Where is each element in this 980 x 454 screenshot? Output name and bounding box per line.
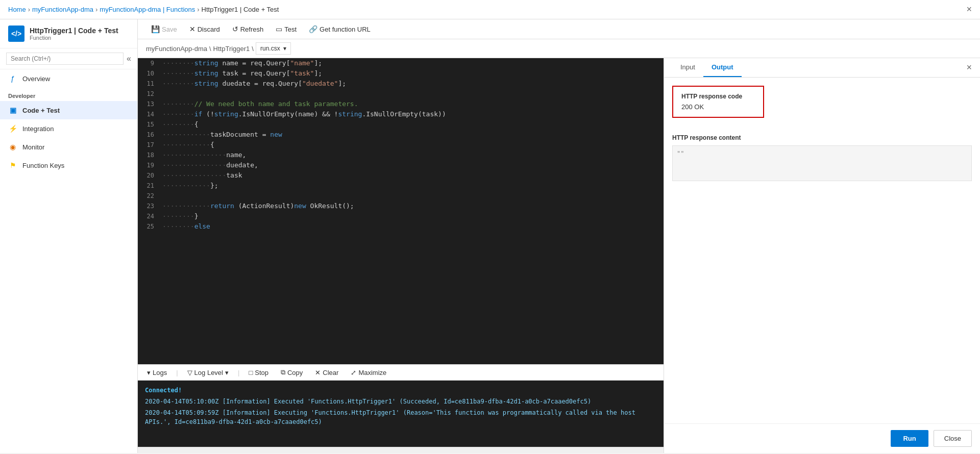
test-button[interactable]: ▭ Test	[271, 22, 302, 36]
code-line: 14 ········if (!string.IsNullOrEmpty(nam…	[138, 109, 664, 119]
file-name: run.csx	[260, 45, 280, 52]
search-input[interactable]	[6, 53, 124, 65]
code-line: 21 ············};	[138, 181, 664, 191]
breadcrumb-functions[interactable]: myFunctionApp-dma | Functions	[100, 6, 195, 13]
clear-button[interactable]: ✕ Clear	[312, 368, 341, 377]
function-keys-icon: ⚑	[8, 161, 17, 170]
http-response-code-label: HTTP response code	[681, 93, 755, 100]
code-line: 16 ············taskDocument = new	[138, 130, 664, 140]
discard-button[interactable]: ✕ Discard	[184, 22, 225, 36]
code-section: 9 ········string name = req.Query["name"…	[138, 58, 664, 453]
maximize-button[interactable]: ⤢ Maximize	[348, 368, 389, 377]
code-line: 25 ········else	[138, 221, 664, 232]
test-icon: ▭	[276, 25, 282, 33]
code-line: 10 ········string task = req.Query["task…	[138, 68, 664, 79]
sidebar-item-overview[interactable]: ƒ Overview	[0, 69, 137, 88]
code-line: 19 ················duedate,	[138, 160, 664, 170]
code-line: 9 ········string name = req.Query["name"…	[138, 58, 664, 68]
code-line: 17 ············{	[138, 140, 664, 150]
code-path: myFunctionApp-dma \ HttpTrigger1 \	[146, 45, 254, 53]
sidebar-item-label-monitor: Monitor	[22, 143, 44, 151]
stop-button[interactable]: □ Stop	[246, 368, 272, 377]
collapse-button[interactable]: «	[127, 54, 131, 63]
file-dropdown[interactable]: run.csx ▾	[256, 42, 291, 55]
http-response-code-value: 200 OK	[681, 103, 755, 111]
code-line: 22	[138, 191, 664, 201]
http-response-code-box: HTTP response code 200 OK	[672, 86, 764, 118]
breadcrumb-home[interactable]: Home	[8, 6, 26, 13]
sidebar-item-code-test[interactable]: ▣ Code + Test	[0, 101, 137, 119]
tab-output[interactable]: Output	[703, 58, 742, 77]
right-panel-content: HTTP response code 200 OK HTTP response …	[664, 78, 980, 423]
scrollbar-bottom[interactable]	[138, 447, 664, 453]
sidebar-title: HttpTrigger1 | Code + Test	[30, 27, 118, 35]
log-level-button[interactable]: ▽ Log Level ▾	[184, 368, 232, 377]
right-panel-close-button[interactable]: ×	[966, 62, 972, 73]
sidebar-item-label-function-keys: Function Keys	[22, 162, 64, 169]
sidebar-item-label-integration: Integration	[22, 125, 54, 133]
code-test-icon: ▣	[8, 106, 17, 115]
sidebar-item-label-overview: Overview	[22, 75, 50, 83]
breadcrumb: Home › myFunctionApp-dma › myFunctionApp…	[8, 6, 279, 13]
http-response-content-box: ""	[672, 145, 972, 181]
discard-icon: ✕	[189, 25, 195, 33]
sidebar-item-label-code-test: Code + Test	[22, 107, 60, 114]
right-panel: Input Output × HTTP response code 200 OK…	[664, 58, 980, 453]
stop-icon: □	[249, 369, 253, 376]
code-line: 13 ········// We need both name and task…	[138, 99, 664, 109]
sidebar-search-area: «	[0, 48, 137, 69]
refresh-icon: ↺	[232, 25, 238, 33]
logs-toggle-button[interactable]: ▾ Logs	[144, 368, 170, 377]
monitor-icon: ◉	[8, 142, 17, 152]
clear-icon: ✕	[315, 369, 321, 376]
main-area: 💾 Save ✕ Discard ↺ Refresh ▭ Test 🔗 Get …	[138, 19, 980, 453]
tab-input[interactable]: Input	[672, 58, 703, 77]
code-line: 18 ················name,	[138, 150, 664, 160]
code-panel-header: myFunctionApp-dma \ HttpTrigger1 \ run.c…	[138, 39, 980, 58]
top-bar: Home › myFunctionApp-dma › myFunctionApp…	[0, 0, 980, 19]
developer-section-label: Developer	[0, 88, 137, 101]
save-icon: 💾	[151, 25, 160, 33]
get-function-url-button[interactable]: 🔗 Get function URL	[304, 22, 376, 36]
logs-bar: ▾ Logs | ▽ Log Level ▾ | □ Stop	[138, 364, 664, 381]
close-button[interactable]: Close	[934, 430, 972, 447]
copy-button[interactable]: ⧉ Copy	[278, 367, 306, 377]
code-line: 12	[138, 89, 664, 99]
sidebar-item-monitor[interactable]: ◉ Monitor	[0, 138, 137, 156]
code-path-app: myFunctionApp-dma	[146, 45, 207, 53]
sidebar: </> HttpTrigger1 | Code + Test Function …	[0, 19, 138, 453]
filter-icon: ▽	[187, 369, 192, 376]
sidebar-header: </> HttpTrigger1 | Code + Test Function	[0, 19, 137, 48]
save-button[interactable]: 💾 Save	[146, 22, 182, 36]
overview-icon: ƒ	[8, 74, 17, 83]
run-button[interactable]: Run	[891, 430, 928, 447]
sidebar-subtitle: Function	[30, 35, 118, 41]
dropdown-chevron-icon: ▾	[283, 45, 286, 52]
breadcrumb-app[interactable]: myFunctionApp-dma	[32, 6, 93, 13]
code-line: 11 ········string duedate = req.Query["d…	[138, 79, 664, 89]
integration-icon: ⚡	[8, 124, 17, 133]
http-response-content-label: HTTP response content	[672, 134, 972, 141]
code-line: 23 ············return (ActionResult)new …	[138, 201, 664, 211]
toolbar: 💾 Save ✕ Discard ↺ Refresh ▭ Test 🔗 Get …	[138, 19, 980, 39]
sidebar-item-integration[interactable]: ⚡ Integration	[0, 119, 137, 138]
logs-chevron-icon: ▾	[147, 369, 151, 376]
content-area: 9 ········string name = req.Query["name"…	[138, 58, 980, 453]
code-path-trigger: HttpTrigger1	[213, 45, 250, 53]
link-icon: 🔗	[309, 25, 317, 33]
right-panel-footer: Run Close	[664, 423, 980, 453]
code-line: 24 ········}	[138, 211, 664, 221]
breadcrumb-current: HttpTrigger1 | Code + Test	[202, 6, 279, 13]
sidebar-nav: ƒ Overview Developer ▣ Code + Test ⚡ Int…	[0, 69, 137, 453]
log-level-chevron-icon: ▾	[225, 369, 229, 376]
top-close-button[interactable]: ×	[966, 4, 972, 15]
code-editor[interactable]: 9 ········string name = req.Query["name"…	[138, 58, 664, 364]
log-line-1: 2020-04-14T05:10:00Z [Information] Execu…	[145, 397, 656, 406]
code-line: 15 ········{	[138, 119, 664, 130]
sidebar-logo: </>	[8, 26, 24, 42]
log-console: Connected! 2020-04-14T05:10:00Z [Informa…	[138, 381, 664, 447]
code-line: 20 ················task	[138, 170, 664, 181]
refresh-button[interactable]: ↺ Refresh	[227, 22, 269, 36]
sidebar-item-function-keys[interactable]: ⚑ Function Keys	[0, 156, 137, 174]
log-line-2: 2020-04-14T05:09:59Z [Information] Execu…	[145, 408, 656, 426]
